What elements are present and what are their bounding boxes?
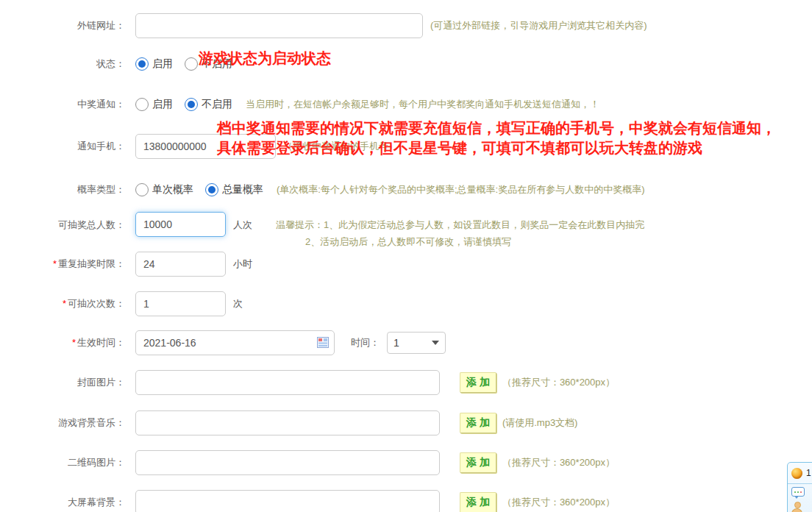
radio-label: 不启用 <box>202 98 232 111</box>
required-asterisk: * <box>63 298 66 309</box>
total-people-hint-2: 2、活动启动后，总人数即不可修改，请谨慎填写 <box>276 233 644 250</box>
probability-type-label: 概率类型： <box>0 183 135 196</box>
time-label: 时间： <box>351 336 380 349</box>
bg-music-input[interactable] <box>135 410 440 435</box>
radio-label: 单次概率 <box>152 183 193 196</box>
radio-label: 启用 <box>152 98 173 111</box>
effective-date-input[interactable] <box>135 330 335 355</box>
status-row: 状态： 启用 不启用 <box>0 54 812 74</box>
person-contact-icon[interactable] <box>791 502 802 512</box>
draw-times-row: *可抽次次数： 次 <box>0 291 812 316</box>
date-input-wrap <box>135 330 335 355</box>
status-option-disable[interactable]: 不启用 <box>185 57 232 71</box>
qrcode-image-label: 二维码图片： <box>0 456 135 469</box>
total-people-hint-1: 温馨提示：1、此为假定活动总参与人数，如设置此数目，则奖品一定会在此数目内抽完 <box>276 216 644 233</box>
contact-widget-top[interactable]: 1 <box>791 465 811 481</box>
bg-music-add-button[interactable]: 添 加 <box>460 413 496 433</box>
cover-image-hint: （推荐尺寸：360*200px） <box>502 376 615 389</box>
effective-date-row: *生效时间： 时间： 1 <box>0 330 812 355</box>
bg-music-row: 游戏背景音乐： 添 加 (请使用.mp3文档) <box>0 410 812 435</box>
total-people-row: 可抽奖总人数： 人次 温馨提示：1、此为假定活动总参与人数，如设置此数目，则奖品… <box>0 212 812 250</box>
big-screen-bg-row: 大屏幕背景： 添 加 （推荐尺寸：360*200px） <box>0 490 812 512</box>
qrcode-image-input[interactable] <box>135 450 440 475</box>
draw-times-label-text: 可抽次次数： <box>68 298 125 309</box>
win-notice-option-enable[interactable]: 启用 <box>135 98 173 111</box>
repeat-limit-label: *重复抽奖时限： <box>0 257 135 271</box>
repeat-limit-label-text: 重复抽奖时限： <box>58 258 125 269</box>
win-notice-row: 中奖通知： 启用 不启用 当启用时，在短信帐户余额足够时，每个用户中奖都奖向通知… <box>0 95 812 114</box>
required-asterisk: * <box>72 337 76 348</box>
win-notice-label: 中奖通知： <box>0 98 135 111</box>
status-option-enable[interactable]: 启用 <box>135 57 173 71</box>
cover-image-input[interactable] <box>135 370 440 395</box>
probability-option-total[interactable]: 总量概率 <box>205 183 263 196</box>
radio-unselected-icon[interactable] <box>185 57 198 71</box>
notify-phone-label: 通知手机： <box>0 140 135 153</box>
win-notice-hint: 当启用时，在短信帐户余额足够时，每个用户中奖都奖向通知手机发送短信通知，！ <box>246 98 599 111</box>
external-url-row: 外链网址： (可通过外部链接，引导游戏用户浏览其它相关内容) <box>0 13 812 38</box>
notify-phone-input[interactable] <box>135 134 276 159</box>
repeat-limit-input[interactable] <box>135 252 226 277</box>
radio-unselected-icon[interactable] <box>135 183 149 196</box>
radio-label: 启用 <box>152 57 173 71</box>
cover-image-label: 封面图片： <box>0 376 135 389</box>
draw-times-label: *可抽次次数： <box>0 297 135 310</box>
probability-option-single[interactable]: 单次概率 <box>135 183 193 196</box>
total-people-hintblock: 温馨提示：1、此为假定活动总参与人数，如设置此数目，则奖品一定会在此数目内抽完 … <box>276 216 644 250</box>
big-screen-bg-hint: （推荐尺寸：360*200px） <box>502 496 615 509</box>
probability-hint: (单次概率:每个人针对每个奖品的中奖概率;总量概率:奖品在所有参与人数中的中奖概… <box>277 183 645 196</box>
draw-times-input[interactable] <box>135 291 226 316</box>
cover-image-row: 封面图片： 添 加 （推荐尺寸：360*200px） <box>0 370 812 395</box>
contact-count-badge: 1 <box>806 468 811 478</box>
status-label: 状态： <box>0 57 135 71</box>
radio-selected-icon[interactable] <box>205 183 218 196</box>
external-url-input[interactable] <box>135 13 423 38</box>
big-screen-bg-input[interactable] <box>135 490 440 512</box>
required-asterisk: * <box>53 258 57 269</box>
calendar-icon[interactable] <box>317 337 329 348</box>
total-people-unit: 人次 <box>233 218 252 232</box>
win-notice-option-disable[interactable]: 不启用 <box>185 98 232 111</box>
chevron-down-icon <box>432 341 439 345</box>
qq-sphere-icon[interactable] <box>791 468 802 479</box>
qrcode-image-row: 二维码图片： 添 加 （推荐尺寸：360*200px） <box>0 450 812 475</box>
probability-type-row: 概率类型： 单次概率 总量概率 (单次概率:每个人针对每个奖品的中奖概率;总量概… <box>0 180 812 199</box>
bg-music-label: 游戏背景音乐： <box>0 416 135 430</box>
notify-phone-row: 通知手机： （接收中奖通知的手机号） <box>0 134 812 159</box>
total-people-input[interactable] <box>135 212 226 237</box>
effective-date-label: *生效时间： <box>0 336 135 349</box>
total-people-label: 可抽奖总人数： <box>0 218 135 232</box>
notify-phone-hint: （接收中奖通知的手机号） <box>283 140 398 153</box>
radio-selected-icon[interactable] <box>185 98 198 111</box>
external-url-label: 外链网址： <box>0 19 135 32</box>
radio-label: 不启用 <box>202 57 232 71</box>
radio-unselected-icon[interactable] <box>135 98 149 111</box>
draw-times-unit: 次 <box>233 297 243 310</box>
contact-widget[interactable]: 1 <box>787 462 812 512</box>
qrcode-image-add-button[interactable]: 添 加 <box>460 452 496 473</box>
repeat-limit-row: *重复抽奖时限： 小时 <box>0 252 812 277</box>
radio-label: 总量概率 <box>222 183 263 196</box>
widget-divider <box>788 483 812 484</box>
cover-image-add-button[interactable]: 添 加 <box>460 372 496 393</box>
time-select[interactable]: 1 <box>387 332 446 354</box>
time-select-value: 1 <box>393 337 432 349</box>
big-screen-bg-label: 大屏幕背景： <box>0 496 135 509</box>
big-screen-bg-add-button[interactable]: 添 加 <box>460 492 496 512</box>
bg-music-hint: (请使用.mp3文档) <box>502 416 578 430</box>
chat-bubble-icon[interactable] <box>791 487 805 497</box>
radio-selected-icon[interactable] <box>135 57 149 71</box>
qrcode-image-hint: （推荐尺寸：360*200px） <box>502 456 615 469</box>
external-url-hint: (可通过外部链接，引导游戏用户浏览其它相关内容) <box>430 19 647 32</box>
effective-date-label-text: 生效时间： <box>77 337 125 348</box>
repeat-limit-unit: 小时 <box>233 257 252 271</box>
